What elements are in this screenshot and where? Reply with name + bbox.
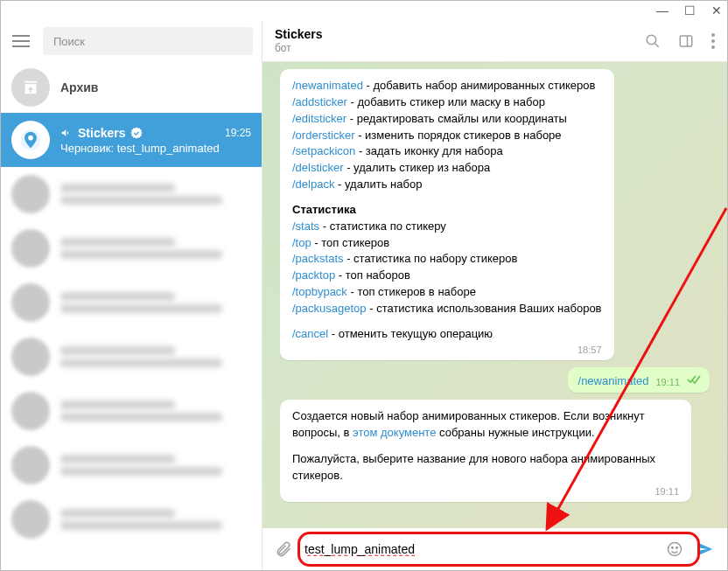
stats-header: Статистика <box>292 202 602 219</box>
bot-command[interactable]: /delsticker <box>292 161 344 174</box>
archive-row[interactable]: Архив <box>1 62 262 113</box>
svg-point-13 <box>672 547 674 549</box>
svg-point-10 <box>711 39 715 43</box>
bot-command[interactable]: /topbypack <box>292 285 347 298</box>
chat-item-blurred[interactable] <box>1 221 262 275</box>
svg-rect-0 <box>12 35 30 37</box>
chat-subtitle: бот <box>275 42 322 54</box>
archive-icon <box>11 68 50 107</box>
chat-pane: Stickers бот /newanimated - добавить наб… <box>262 20 727 570</box>
bot-command[interactable]: /packusagetop <box>292 302 367 315</box>
doc-link[interactable]: этом документе <box>353 426 436 439</box>
megaphone-icon <box>60 127 73 139</box>
chat-item-blurred[interactable] <box>1 384 262 438</box>
message-input[interactable] <box>304 542 654 556</box>
bot-command[interactable]: /cancel <box>292 327 328 340</box>
message-bot-reply: Создается новый набор анимированных стик… <box>280 400 691 502</box>
more-icon[interactable] <box>711 33 715 49</box>
chat-item-blurred[interactable] <box>1 275 262 330</box>
attach-icon[interactable] <box>275 540 292 558</box>
search-icon[interactable] <box>645 33 661 49</box>
composer <box>262 528 727 570</box>
read-ticks-icon <box>687 374 701 387</box>
app-window: — ☐ ✕ Поиск Архив <box>0 0 728 571</box>
window-maximize[interactable]: ☐ <box>684 3 696 17</box>
bot-command[interactable]: /ordersticker <box>292 129 355 142</box>
message-time: 18:57 <box>292 345 602 355</box>
sidepanel-icon[interactable] <box>678 33 694 49</box>
draft-prefix: Черновик: <box>60 142 114 155</box>
draft-text: test_lump_animated <box>117 142 220 155</box>
message-time: 19:11 <box>655 377 680 387</box>
emoji-icon[interactable] <box>666 540 683 558</box>
chat-item-blurred[interactable] <box>1 492 262 547</box>
svg-point-14 <box>676 547 678 549</box>
message-bot-help: /newanimated - добавить набор анимирован… <box>280 69 614 360</box>
menu-button[interactable] <box>6 26 36 56</box>
window-close[interactable]: ✕ <box>711 3 722 17</box>
message-outgoing: /newanimated 19:11 <box>568 367 710 393</box>
bot-command[interactable]: /delpack <box>292 178 334 191</box>
svg-point-9 <box>711 33 715 37</box>
chat-item-blurred[interactable] <box>1 330 262 384</box>
bot-command[interactable]: /setpackicon <box>292 144 355 157</box>
bot-command[interactable]: /packtop <box>292 268 335 282</box>
verified-icon <box>130 127 143 139</box>
sidebar: Поиск Архив Stickers 19:2 <box>1 20 262 570</box>
chat-item-stickers[interactable]: Stickers 19:25 Черновик: test_lump_anima… <box>1 113 262 167</box>
search-input[interactable]: Поиск <box>43 27 253 55</box>
bot-command[interactable]: /top <box>292 236 312 249</box>
svg-point-5 <box>647 35 656 45</box>
svg-line-6 <box>654 43 659 47</box>
menu-icon <box>12 35 30 47</box>
svg-rect-2 <box>12 45 30 47</box>
message-list[interactable]: /newanimated - добавить набор анимирован… <box>262 62 727 528</box>
archive-label: Архив <box>60 80 98 94</box>
chat-header: Stickers бот <box>262 20 727 62</box>
chat-name: Stickers <box>78 126 125 140</box>
svg-rect-1 <box>12 40 30 42</box>
bot-command[interactable]: /editsticker <box>292 112 346 125</box>
message-time: 19:11 <box>292 486 679 497</box>
window-minimize[interactable]: — <box>656 3 668 17</box>
svg-point-12 <box>668 543 682 556</box>
chat-title[interactable]: Stickers <box>275 27 322 41</box>
chat-time: 19:25 <box>225 127 251 139</box>
bot-command[interactable]: /addsticker <box>292 95 347 108</box>
bot-command[interactable]: /stats <box>292 219 319 233</box>
send-button[interactable] <box>696 540 715 559</box>
svg-point-4 <box>28 136 33 141</box>
sent-command: /newanimated <box>578 374 649 387</box>
svg-rect-7 <box>680 36 692 46</box>
search-placeholder: Поиск <box>53 35 85 48</box>
chat-item-blurred[interactable] <box>1 438 262 492</box>
bot-command[interactable]: /packstats <box>292 252 344 265</box>
chat-item-blurred[interactable]: 📌 <box>1 167 262 221</box>
bot-command[interactable]: /newanimated <box>292 79 363 92</box>
svg-point-11 <box>711 45 715 49</box>
chat-avatar <box>11 121 50 159</box>
window-titlebar: — ☐ ✕ <box>1 1 727 20</box>
